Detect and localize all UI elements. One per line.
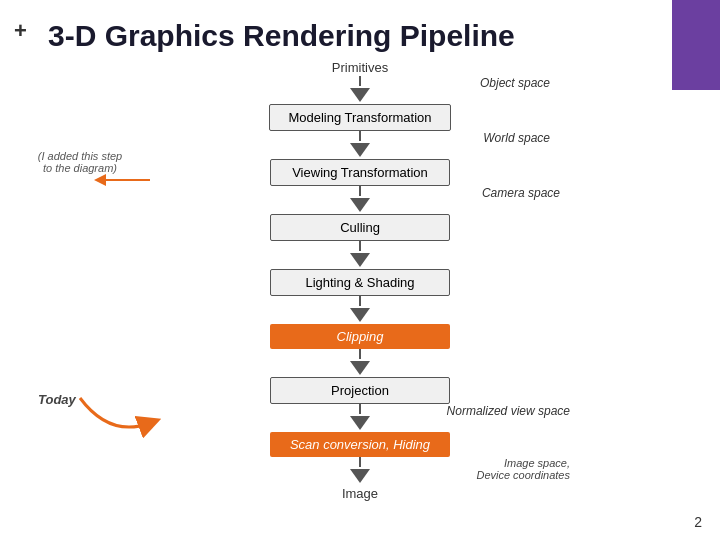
viewing-transformation-box: Viewing Transformation bbox=[270, 159, 450, 186]
connector2 bbox=[359, 131, 361, 141]
arrow5 bbox=[350, 308, 370, 322]
connector3 bbox=[359, 186, 361, 196]
connector7 bbox=[359, 404, 361, 414]
scan-conversion-box: Scan conversion, Hiding bbox=[270, 432, 450, 457]
connector4 bbox=[359, 241, 361, 251]
image-label: Image bbox=[342, 486, 378, 501]
pipeline: Primitives Object space Modeling Transfo… bbox=[150, 60, 570, 501]
arrow4 bbox=[350, 253, 370, 267]
arrow2 bbox=[350, 143, 370, 157]
camera-space-label: Camera space bbox=[482, 186, 560, 200]
connector1 bbox=[359, 76, 361, 86]
slide-title: 3-D Graphics Rendering Pipeline bbox=[48, 18, 700, 54]
lighting-shading-box: Lighting & Shading bbox=[270, 269, 450, 296]
plus-sign: + bbox=[14, 18, 27, 44]
object-space-label: Object space bbox=[480, 76, 550, 90]
connector8 bbox=[359, 457, 361, 467]
connector6 bbox=[359, 349, 361, 359]
world-space-label: World space bbox=[483, 131, 550, 145]
image-space-label: Image space, bbox=[476, 457, 570, 469]
arrow7 bbox=[350, 416, 370, 430]
connector5 bbox=[359, 296, 361, 306]
page-number: 2 bbox=[694, 514, 702, 530]
arrow8 bbox=[350, 469, 370, 483]
device-coordinates-label: Device coordinates bbox=[476, 469, 570, 481]
projection-box: Projection bbox=[270, 377, 450, 404]
normalized-space-label: Normalized view space bbox=[447, 404, 570, 418]
arrow3 bbox=[350, 198, 370, 212]
culling-box: Culling bbox=[270, 214, 450, 241]
clipping-box: Clipping bbox=[270, 324, 450, 349]
primitives-label: Primitives bbox=[332, 60, 388, 75]
modeling-transformation-box: Modeling Transformation bbox=[269, 104, 450, 131]
arrow6 bbox=[350, 361, 370, 375]
arrow1 bbox=[350, 88, 370, 102]
slide: 2 + 3-D Graphics Rendering Pipeline (I a… bbox=[0, 0, 720, 540]
